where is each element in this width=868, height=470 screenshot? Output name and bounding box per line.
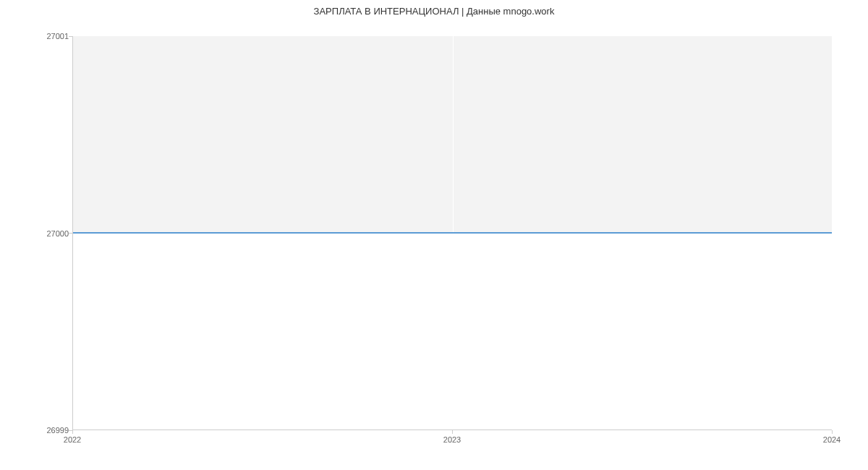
y-tick-label: 26999 xyxy=(46,426,69,435)
y-tick-mark xyxy=(69,36,72,37)
x-tick-label: 2022 xyxy=(64,435,81,444)
x-tick-mark xyxy=(452,430,453,434)
x-tick-mark xyxy=(832,430,833,434)
x-tick-label: 2024 xyxy=(823,435,841,444)
y-tick-mark xyxy=(69,233,72,234)
chart-title: ЗАРПЛАТА В ИНТЕРНАЦИОНАЛ | Данные mnogo.… xyxy=(314,6,555,17)
y-tick-label: 27001 xyxy=(46,32,69,40)
plot-area xyxy=(72,36,832,430)
x-tick-mark xyxy=(72,430,73,434)
y-tick-label: 27000 xyxy=(46,229,69,238)
data-line xyxy=(73,232,832,234)
x-tick-label: 2023 xyxy=(443,435,461,444)
